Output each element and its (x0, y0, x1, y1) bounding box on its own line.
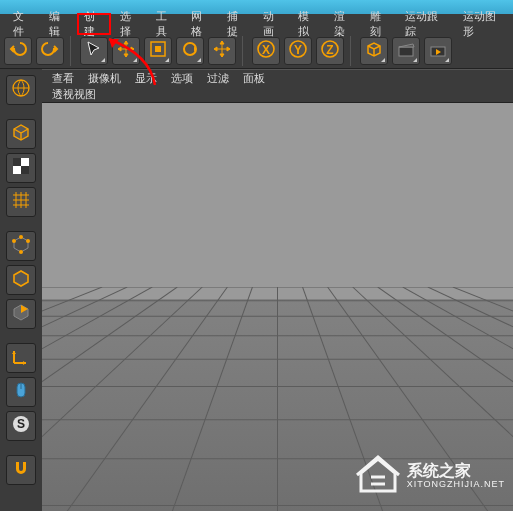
viewport-label: 透视视图 (42, 87, 513, 103)
move-button[interactable] (112, 37, 140, 65)
svg-line-41 (42, 287, 152, 511)
magnet-button[interactable] (6, 455, 36, 485)
vp-menu-panel[interactable]: 面板 (243, 71, 265, 86)
viewport-solo-button[interactable] (6, 377, 36, 407)
svg-line-33 (172, 287, 252, 511)
cursor-icon (84, 39, 104, 63)
undo-button[interactable] (4, 37, 32, 65)
svg-point-16 (26, 239, 30, 243)
left-tool-palette: S (0, 69, 42, 511)
menu-animate[interactable]: 动画 (256, 7, 292, 41)
axis-tool-button[interactable] (6, 343, 36, 373)
snap-toggle-button[interactable]: S (6, 411, 36, 441)
grid-icon (10, 189, 32, 215)
menu-mesh[interactable]: 网格 (184, 7, 220, 41)
menu-tools[interactable]: 工具 (149, 7, 185, 41)
cube-primitive-button[interactable] (360, 37, 388, 65)
edges-mode-button[interactable] (6, 265, 36, 295)
svg-rect-9 (399, 47, 413, 56)
toolbar-separator (70, 36, 74, 66)
axis-y-icon: Y (288, 39, 308, 63)
perspective-viewport[interactable]: 系统之家 XITONGZHIJIA.NET (42, 103, 513, 511)
vp-menu-camera[interactable]: 摄像机 (88, 71, 121, 86)
magnet-icon (10, 457, 32, 483)
menu-select[interactable]: 选择 (113, 7, 149, 41)
axis-z-button[interactable]: Z (316, 37, 344, 65)
svg-line-37 (42, 287, 202, 511)
svg-line-43 (42, 287, 127, 511)
axis-x-icon: X (256, 39, 276, 63)
polygons-mode-button[interactable] (6, 299, 36, 329)
toolbar-separator (242, 36, 246, 66)
vp-menu-display[interactable]: 显示 (135, 71, 157, 86)
redo-icon (40, 39, 60, 63)
svg-line-39 (42, 287, 177, 511)
axis-icon (10, 345, 32, 371)
svg-point-18 (19, 250, 23, 254)
watermark: 系统之家 XITONGZHIJIA.NET (355, 453, 505, 499)
make-editable-button[interactable] (6, 75, 36, 105)
render-settings-button[interactable] (424, 37, 452, 65)
render-button[interactable] (392, 37, 420, 65)
poly-icon (10, 301, 32, 327)
watermark-title: 系统之家 (407, 463, 505, 480)
svg-text:X: X (262, 43, 270, 57)
menu-render[interactable]: 渲染 (327, 7, 363, 41)
svg-point-17 (19, 235, 23, 239)
snap-s-icon: S (10, 413, 32, 439)
vp-menu-view[interactable]: 查看 (52, 71, 74, 86)
mouse-icon (10, 379, 32, 405)
points-mode-button[interactable] (6, 231, 36, 261)
clapper-icon (396, 39, 416, 63)
toolbar-separator (350, 36, 354, 66)
texture-mode-button[interactable] (6, 153, 36, 183)
svg-rect-13 (13, 158, 21, 166)
checker-icon (10, 155, 32, 181)
edges-icon (10, 267, 32, 293)
move-icon (212, 39, 232, 63)
rotate-button[interactable] (176, 37, 204, 65)
svg-text:Y: Y (294, 43, 302, 57)
scale-button[interactable] (144, 37, 172, 65)
clapper-play-icon (428, 39, 448, 63)
viewport-panel: 查看 摄像机 显示 选项 过滤 面板 透视视图 (42, 69, 513, 511)
svg-text:S: S (17, 417, 25, 431)
svg-point-15 (12, 239, 16, 243)
cube-solid-icon (10, 121, 32, 147)
svg-rect-0 (155, 46, 161, 52)
menu-snap[interactable]: 捕捉 (220, 7, 256, 41)
menu-simulate[interactable]: 模拟 (291, 7, 327, 41)
last-tool-button[interactable] (208, 37, 236, 65)
rotate-icon (180, 39, 200, 63)
viewport-menu-bar: 查看 摄像机 显示 选项 过滤 面板 (42, 69, 513, 87)
menu-motiontrack[interactable]: 运动跟踪 (398, 7, 455, 41)
watermark-url: XITONGZHIJIA.NET (407, 479, 505, 489)
axis-x-button[interactable]: X (252, 37, 280, 65)
svg-rect-14 (21, 166, 29, 174)
main-menu-bar: 文件 编辑 创建 选择 工具 网格 捕捉 动画 模拟 渲染 雕刻 运动跟踪 运动… (0, 14, 513, 33)
undo-icon (8, 39, 28, 63)
vp-menu-options[interactable]: 选项 (171, 71, 193, 86)
workplane-button[interactable] (6, 187, 36, 217)
redo-button[interactable] (36, 37, 64, 65)
axis-y-button[interactable]: Y (284, 37, 312, 65)
watermark-logo-icon (355, 453, 401, 499)
model-mode-button[interactable] (6, 119, 36, 149)
points-icon (10, 233, 32, 259)
axis-z-icon: Z (320, 39, 340, 63)
menu-file[interactable]: 文件 (6, 7, 42, 41)
menu-sculpt[interactable]: 雕刻 (363, 7, 399, 41)
cube-icon (364, 39, 384, 63)
menu-create[interactable]: 创建 (77, 7, 113, 41)
svg-text:Z: Z (326, 43, 333, 57)
menu-mograph[interactable]: 运动图形 (456, 7, 513, 41)
scale-icon (148, 39, 168, 63)
move-icon (116, 39, 136, 63)
globe-icon (10, 77, 32, 103)
live-select-button[interactable] (80, 37, 108, 65)
vp-menu-filter[interactable]: 过滤 (207, 71, 229, 86)
